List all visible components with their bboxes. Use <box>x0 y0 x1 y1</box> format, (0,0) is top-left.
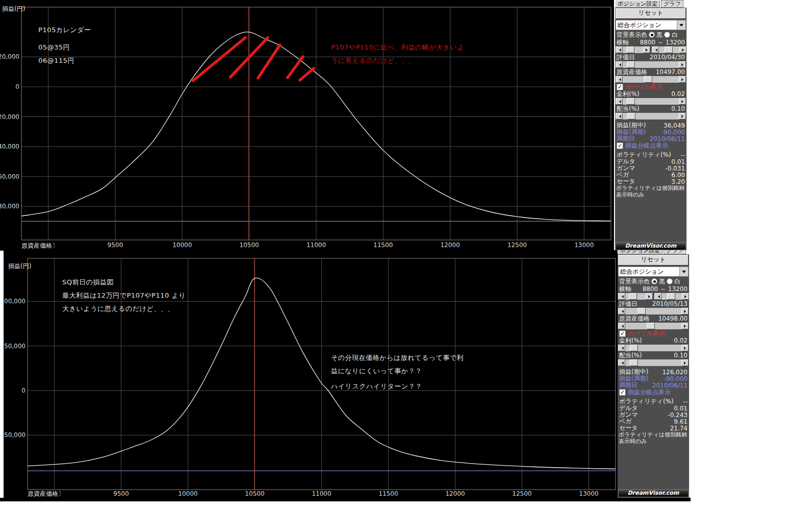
underlying-price-scrollbar[interactable] <box>618 323 689 329</box>
scrollbar-thumb[interactable] <box>627 61 635 68</box>
top-chart-area: 20,0000-20,000-40,000-60,000-80,00095001… <box>0 0 614 251</box>
scrollbar-thumb[interactable] <box>637 308 646 315</box>
scroll-right-icon[interactable] <box>679 113 686 119</box>
volatility-note: ボラティリティは個別銘柄 表示時のみ <box>618 431 689 445</box>
scrollbar-thumb[interactable] <box>667 293 675 300</box>
scroll-right-icon[interactable] <box>679 98 686 105</box>
x-axis-scrollbars <box>618 293 689 300</box>
scrollbar-thumb[interactable] <box>627 113 635 119</box>
breakeven-display-checkbox[interactable]: ✓ <box>617 142 623 149</box>
scroll-left-icon[interactable] <box>616 46 623 53</box>
scrollbar-thumb[interactable] <box>629 293 637 300</box>
scrollbar-track[interactable] <box>661 293 682 300</box>
chevron-down-icon[interactable] <box>679 267 688 276</box>
x-tick-label: 12000 <box>445 490 465 497</box>
theta-value: 3.20 <box>671 178 685 185</box>
reset-button[interactable]: リセット <box>616 8 686 19</box>
tab-position-settings[interactable]: ポジション設定 <box>618 250 663 254</box>
scrollbar-track[interactable] <box>623 61 679 68</box>
scrollbar-thumb[interactable] <box>627 98 635 105</box>
scroll-left-icon[interactable] <box>618 293 625 300</box>
scroll-left-icon[interactable] <box>616 98 623 105</box>
scrollbar-thumb[interactable] <box>626 46 634 53</box>
chevron-down-icon[interactable] <box>677 20 685 30</box>
eval-date-scrollbar[interactable] <box>616 61 686 68</box>
x-axis-min-scrollbar[interactable] <box>618 293 653 300</box>
dividend-scrollbar[interactable] <box>618 359 689 366</box>
y-tick-label: -20,000 <box>0 113 19 120</box>
bottom-pl-chart[interactable]: 100,00050,0000-50,0009500100001050011000… <box>4 250 618 498</box>
scrollbar-track[interactable] <box>659 46 679 53</box>
x-axis-max-scrollbar[interactable] <box>652 46 687 53</box>
scroll-left-icon[interactable] <box>616 76 623 83</box>
scrollbar-track[interactable] <box>623 76 679 83</box>
dividend-scrollbar[interactable] <box>616 113 686 119</box>
bg-white-radio[interactable] <box>664 32 670 38</box>
scroll-left-icon[interactable] <box>618 308 625 315</box>
scrollbar-thumb[interactable] <box>665 46 673 53</box>
scrollbar-track[interactable] <box>623 98 679 105</box>
scrollbar-thumb[interactable] <box>630 345 638 351</box>
scrollbar-thumb[interactable] <box>630 359 638 366</box>
breakeven-display-checkbox[interactable]: ✓ <box>619 389 626 396</box>
tab-position-settings[interactable]: ポジション設定 <box>615 0 660 8</box>
interest-rate-scrollbar[interactable] <box>618 345 689 351</box>
interest-rate-scrollbar[interactable] <box>616 98 686 105</box>
scrollbar-thumb[interactable] <box>644 76 652 83</box>
scroll-right-icon[interactable] <box>679 46 687 53</box>
scroll-right-icon[interactable] <box>643 46 650 53</box>
top-sidebar: ポジション設定 グラフ リセット 総合ポジション 背景表示色 黒 白 横軸 88… <box>615 0 687 251</box>
eval-date-label: 評価日 <box>619 300 637 308</box>
scrollbar-track[interactable] <box>623 113 679 119</box>
scroll-left-icon[interactable] <box>616 61 623 68</box>
bottom-border-strip <box>0 498 691 501</box>
scroll-left-icon[interactable] <box>618 323 625 329</box>
scrollbar-track[interactable] <box>625 308 681 315</box>
scrollbar-track[interactable] <box>625 293 646 300</box>
position-select-value: 総合ポジション <box>616 21 677 30</box>
position-select[interactable]: 総合ポジション <box>616 20 686 30</box>
delta-value: 0.01 <box>674 405 688 412</box>
scroll-left-icon[interactable] <box>652 46 659 53</box>
scrollbar-track[interactable] <box>623 46 643 53</box>
tab-graph[interactable]: グラフ <box>661 0 683 8</box>
scroll-right-icon[interactable] <box>681 308 689 315</box>
scroll-right-icon[interactable] <box>681 323 689 329</box>
x-tick-label: 11500 <box>373 241 393 249</box>
y-tick-label: -60,000 <box>0 173 19 180</box>
underlying-price-scrollbar[interactable] <box>616 76 686 83</box>
scroll-left-icon[interactable] <box>618 345 625 351</box>
y-tick-label: -50,000 <box>4 431 26 439</box>
x-tick-label: 9500 <box>107 241 123 249</box>
scroll-right-icon[interactable] <box>646 293 653 300</box>
scroll-left-icon[interactable] <box>616 113 623 119</box>
scrollbar-thumb[interactable] <box>647 323 655 329</box>
scroll-left-icon[interactable] <box>618 359 625 366</box>
scroll-left-icon[interactable] <box>654 293 661 300</box>
scrollbar-track[interactable] <box>625 359 681 366</box>
scroll-right-icon[interactable] <box>682 293 689 300</box>
scrollbar-track[interactable] <box>625 345 681 351</box>
volatility-note-line1: ボラティリティは個別銘柄 <box>619 431 689 438</box>
top-pl-chart[interactable]: 20,0000-20,000-40,000-60,000-80,00095001… <box>0 0 614 251</box>
y-tick-label: -80,000 <box>0 203 19 210</box>
reset-button[interactable]: リセット <box>618 255 689 265</box>
eval-date-scrollbar[interactable] <box>618 308 689 315</box>
scroll-right-icon[interactable] <box>681 345 689 351</box>
bg-black-radio[interactable] <box>649 32 655 38</box>
tab-graph[interactable]: グラフ <box>664 250 686 254</box>
scroll-right-icon[interactable] <box>679 61 686 68</box>
dividend-row: 配当(%) 0.10 <box>615 105 687 112</box>
x-axis-min-scrollbar[interactable] <box>616 46 650 53</box>
scroll-right-icon[interactable] <box>679 76 686 83</box>
scrollbar-track[interactable] <box>625 323 681 329</box>
x-axis-range-row: 横軸 8800 ～ 13200 <box>615 39 687 46</box>
x-axis-max-scrollbar[interactable] <box>654 293 689 300</box>
bg-white-radio[interactable] <box>667 278 673 284</box>
x-tick-label: 11500 <box>379 490 398 497</box>
scroll-right-icon[interactable] <box>681 359 689 366</box>
bg-black-radio[interactable] <box>651 278 657 284</box>
y-tick-label: 100,000 <box>4 298 26 305</box>
x-tick-label: 10000 <box>178 490 198 497</box>
position-select[interactable]: 総合ポジション <box>618 267 689 277</box>
